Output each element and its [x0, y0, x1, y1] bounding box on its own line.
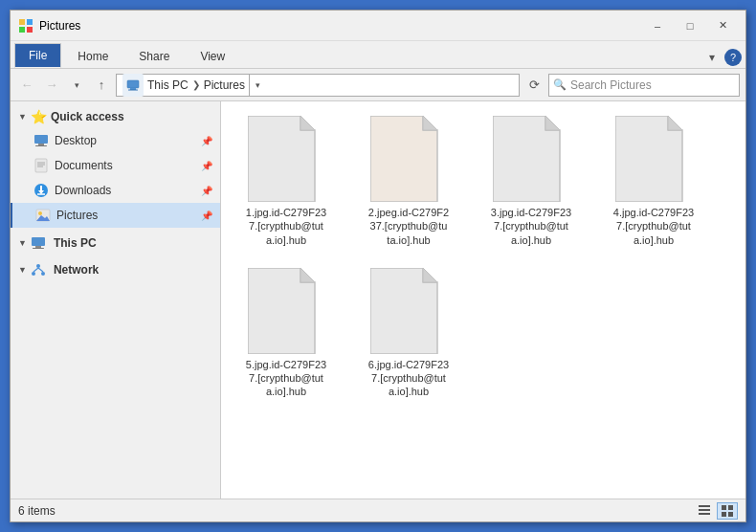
file-item[interactable]: 2.jpeg.id-C279F2 37.[crypthub@tu ta.io].… [351, 109, 466, 254]
window-icon [18, 18, 33, 33]
file-item[interactable]: 3.jpg.id-C279F23 7.[crypthub@tut a.io].h… [474, 109, 589, 254]
window-title: Pictures [39, 19, 642, 33]
sidebar-item-pictures[interactable]: Pictures 📌 [11, 203, 220, 228]
file-label: 6.jpg.id-C279F23 7.[crypthub@tut a.io].h… [368, 358, 449, 399]
svg-rect-2 [19, 27, 25, 33]
sidebar-item-desktop[interactable]: Desktop 📌 [11, 128, 220, 153]
file-item[interactable]: 6.jpg.id-C279F23 7.[crypthub@tut a.io].h… [351, 261, 466, 406]
quick-access-header[interactable]: ▼ ⭐ Quick access [11, 105, 220, 128]
network-chevron: ▼ [18, 265, 27, 275]
back-button[interactable]: ← [16, 75, 37, 96]
icon-view-button[interactable] [717, 502, 738, 520]
svg-marker-37 [668, 116, 682, 130]
svg-rect-44 [699, 513, 710, 515]
svg-rect-42 [699, 505, 710, 507]
file-item[interactable]: 4.jpg.id-C279F23 7.[crypthub@tut a.io].h… [596, 109, 711, 254]
ribbon-tabs: File Home Share View ▾ ? [11, 41, 745, 68]
search-box[interactable]: 🔍 Search Pictures [548, 74, 740, 97]
file-icon [493, 116, 569, 202]
path-dropdown[interactable]: ▾ [249, 74, 266, 97]
documents-label: Documents [55, 159, 195, 172]
close-button[interactable]: ✕ [707, 16, 738, 35]
sidebar: ▼ ⭐ Quick access Desktop 📌 Documents 📌 [11, 101, 221, 499]
svg-point-27 [41, 272, 45, 276]
file-item[interactable]: 1.jpg.id-C279F23 7.[crypthub@tut a.io].h… [229, 109, 344, 254]
svg-rect-46 [728, 505, 733, 510]
ribbon-toggle[interactable]: ▾ [703, 49, 721, 66]
address-bar: ← → ▾ ↑ This PC ❯ Pictures ▾ ⟳ 🔍 Search … [11, 69, 745, 101]
quick-access-star-icon: ⭐ [31, 109, 47, 124]
quick-access-label: Quick access [51, 110, 124, 123]
maximize-button[interactable]: □ [675, 16, 705, 35]
recent-locations-button[interactable]: ▾ [66, 75, 87, 96]
svg-point-26 [32, 272, 35, 276]
svg-line-29 [38, 268, 43, 272]
file-label: 5.jpg.id-C279F23 7.[crypthub@tut a.io].h… [246, 358, 326, 399]
tab-share[interactable]: Share [124, 43, 184, 68]
svg-rect-0 [19, 19, 25, 25]
svg-marker-35 [545, 116, 560, 130]
path-pictures[interactable]: Pictures [204, 78, 245, 92]
list-view-button[interactable] [694, 502, 715, 520]
svg-point-20 [38, 211, 42, 215]
this-pc-header[interactable]: ▼ This PC [11, 232, 220, 255]
this-pc-icon [122, 74, 144, 97]
file-label: 1.jpg.id-C279F23 7.[crypthub@tut a.io].h… [246, 206, 326, 247]
file-icon [370, 268, 447, 354]
svg-rect-22 [32, 237, 45, 246]
ribbon: File Home Share View ▾ ? [11, 41, 745, 69]
svg-rect-43 [699, 509, 710, 511]
file-area: 1.jpg.id-C279F23 7.[crypthub@tut a.io].h… [221, 101, 745, 499]
window-controls: – □ ✕ [642, 16, 738, 35]
file-item[interactable]: 5.jpg.id-C279F23 7.[crypthub@tut a.io].h… [229, 261, 344, 406]
tab-file[interactable]: File [14, 43, 61, 68]
svg-marker-39 [300, 268, 315, 282]
path-this-pc[interactable]: This PC [147, 78, 189, 92]
svg-marker-33 [423, 116, 437, 130]
svg-rect-48 [728, 512, 733, 517]
tab-home[interactable]: Home [63, 43, 122, 68]
pictures-pin-icon: 📌 [201, 211, 212, 221]
address-path[interactable]: This PC ❯ Pictures ▾ [116, 74, 520, 97]
desktop-label: Desktop [55, 134, 195, 147]
tab-view[interactable]: View [186, 43, 239, 68]
main-content: ▼ ⭐ Quick access Desktop 📌 Documents 📌 [11, 101, 745, 499]
pictures-icon [35, 208, 51, 223]
svg-rect-6 [128, 89, 138, 90]
svg-rect-10 [35, 159, 47, 172]
svg-line-28 [33, 268, 38, 272]
network-label: Network [54, 263, 99, 277]
svg-rect-24 [33, 248, 44, 249]
refresh-button[interactable]: ⟳ [523, 75, 545, 96]
forward-button[interactable]: → [41, 75, 62, 96]
downloads-label: Downloads [55, 184, 195, 197]
file-label: 3.jpg.id-C279F23 7.[crypthub@tut a.io].h… [491, 206, 571, 247]
quick-access-chevron: ▼ [18, 112, 27, 122]
sidebar-item-documents[interactable]: Documents 📌 [11, 153, 220, 178]
network-header[interactable]: ▼ Network [11, 258, 220, 281]
documents-pin-icon: 📌 [201, 161, 212, 171]
help-button[interactable]: ? [724, 49, 742, 66]
svg-rect-47 [722, 512, 726, 517]
documents-icon [33, 158, 49, 173]
svg-rect-8 [38, 144, 44, 145]
search-icon: 🔍 [553, 78, 567, 91]
file-label: 2.jpeg.id-C279F2 37.[crypthub@tu ta.io].… [368, 206, 449, 247]
pictures-label: Pictures [56, 209, 195, 222]
svg-point-25 [36, 264, 40, 268]
sidebar-item-downloads[interactable]: Downloads 📌 [11, 178, 220, 203]
svg-rect-1 [27, 19, 33, 25]
svg-rect-45 [722, 505, 726, 510]
view-toggle-buttons [694, 502, 738, 520]
svg-rect-9 [35, 145, 47, 146]
desktop-pin-icon: 📌 [201, 136, 212, 146]
file-icon [615, 116, 692, 202]
minimize-button[interactable]: – [642, 16, 673, 35]
file-icon [248, 268, 324, 354]
this-pc-chevron: ▼ [18, 238, 27, 248]
title-bar: Pictures – □ ✕ [11, 11, 745, 41]
item-count: 6 items [18, 504, 56, 518]
svg-rect-23 [35, 246, 41, 248]
search-placeholder: Search Pictures [570, 78, 652, 92]
up-button[interactable]: ↑ [91, 75, 112, 96]
